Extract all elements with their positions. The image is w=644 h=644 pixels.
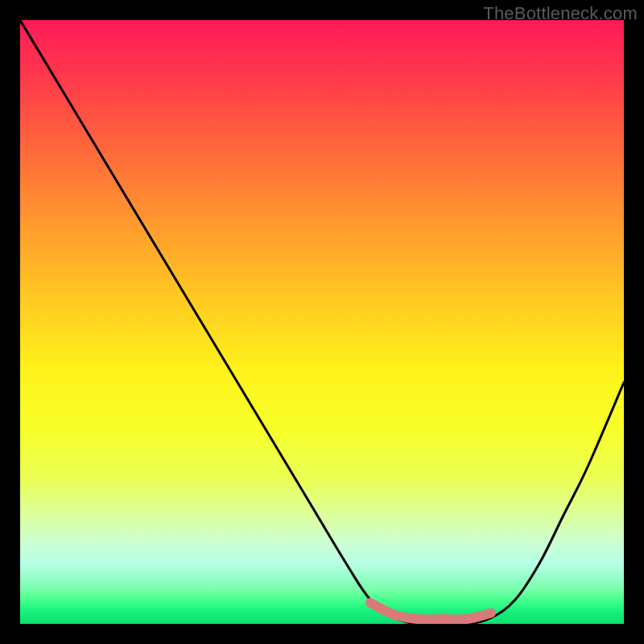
watermark-text: TheBottleneck.com xyxy=(483,3,638,24)
optimal-band-path xyxy=(370,603,491,620)
chart-frame: TheBottleneck.com xyxy=(0,0,644,644)
bottleneck-curve-path xyxy=(20,20,624,624)
chart-plot-area xyxy=(20,20,624,624)
chart-svg xyxy=(20,20,624,624)
